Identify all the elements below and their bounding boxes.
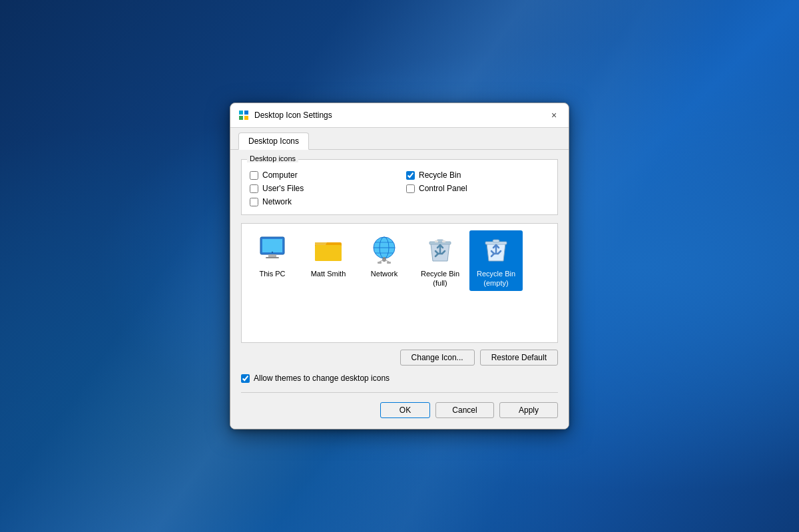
svg-rect-6 <box>268 254 276 257</box>
icon-label-recycle-bin-full: Recycle Bin(full) <box>421 269 459 288</box>
allow-themes-checkbox[interactable]: Allow themes to change desktop icons <box>241 374 558 383</box>
checkbox-computer[interactable]: Computer <box>250 170 393 180</box>
icon-label-this-pc: This PC <box>259 269 285 278</box>
tab-bar: Desktop Icons <box>230 128 569 150</box>
svg-rect-24 <box>435 240 438 242</box>
cancel-button[interactable]: Cancel <box>435 402 494 418</box>
icon-item-network[interactable]: Network <box>358 230 411 281</box>
svg-rect-17 <box>384 257 386 260</box>
checkbox-recycle-bin-input[interactable] <box>406 171 415 180</box>
icon-item-recycle-bin-full[interactable]: Recycle Bin(full) <box>413 230 467 291</box>
change-icon-button[interactable]: Change Icon... <box>400 350 475 366</box>
checkbox-computer-input[interactable] <box>250 171 258 180</box>
icon-preview-area: This PC Matt Smith <box>241 223 558 343</box>
checkbox-network[interactable]: Network <box>250 197 393 206</box>
svg-rect-27 <box>493 240 499 242</box>
title-bar: Desktop Icon Settings × <box>230 103 569 128</box>
ok-button[interactable]: OK <box>380 402 430 418</box>
checkbox-users-files-input[interactable] <box>250 184 258 193</box>
icon-item-recycle-bin-empty[interactable]: Recycle Bin(empty) <box>469 230 523 291</box>
checkbox-control-panel[interactable]: Control Panel <box>406 184 549 193</box>
apply-button[interactable]: Apply <box>499 402 558 418</box>
allow-themes-input[interactable] <box>241 374 250 383</box>
dialog-icon <box>238 110 249 121</box>
icon-label-recycle-bin-empty: Recycle Bin(empty) <box>477 269 515 288</box>
dialog-desktop-icon-settings: Desktop Icon Settings × Desktop Icons De… <box>230 103 569 429</box>
desktop-icons-group: Desktop icons Computer Recycle Bin User'… <box>241 159 558 215</box>
allow-themes-label: Allow themes to change desktop icons <box>254 374 390 383</box>
recycle-bin-full-icon <box>424 233 456 265</box>
recycle-bin-empty-icon <box>480 233 512 265</box>
svg-rect-5 <box>262 239 282 252</box>
svg-rect-1 <box>244 111 248 115</box>
checkbox-recycle-bin[interactable]: Recycle Bin <box>406 170 549 180</box>
footer-buttons: OK Cancel Apply <box>241 399 558 419</box>
icon-item-matt-smith[interactable]: Matt Smith <box>302 230 355 281</box>
svg-point-8 <box>272 252 273 253</box>
checkbox-users-files-label: User's Files <box>262 184 304 193</box>
svg-rect-19 <box>387 262 391 264</box>
icon-label-network: Network <box>371 269 398 278</box>
icon-item-this-pc[interactable]: This PC <box>246 230 299 281</box>
checkbox-network-label: Network <box>262 197 292 206</box>
checkbox-grid: Computer Recycle Bin User's Files Contro… <box>250 170 549 206</box>
svg-rect-18 <box>378 262 382 264</box>
checkbox-users-files[interactable]: User's Files <box>250 184 393 193</box>
dialog-content: Desktop icons Computer Recycle Bin User'… <box>230 150 569 429</box>
matt-smith-icon <box>312 233 344 265</box>
this-pc-icon <box>256 233 288 265</box>
close-button[interactable]: × <box>547 109 561 122</box>
restore-default-button[interactable]: Restore Default <box>480 350 558 366</box>
dialog-title: Desktop Icon Settings <box>254 111 332 120</box>
icon-label-matt-smith: Matt Smith <box>311 269 346 278</box>
checkbox-control-panel-label: Control Panel <box>419 184 467 193</box>
checkbox-network-input[interactable] <box>250 198 258 206</box>
checkbox-computer-label: Computer <box>262 170 298 180</box>
checkbox-recycle-bin-label: Recycle Bin <box>419 170 461 180</box>
network-icon <box>368 233 400 265</box>
svg-rect-3 <box>244 116 248 120</box>
tab-desktop-icons[interactable]: Desktop Icons <box>238 133 309 150</box>
svg-rect-2 <box>239 116 243 120</box>
group-label: Desktop icons <box>247 154 298 162</box>
svg-rect-7 <box>266 257 279 258</box>
icon-action-buttons: Change Icon... Restore Default <box>241 350 558 366</box>
footer-divider <box>241 392 558 393</box>
svg-rect-0 <box>239 111 243 115</box>
checkbox-control-panel-input[interactable] <box>406 184 415 193</box>
svg-rect-25 <box>442 240 445 242</box>
svg-rect-10 <box>315 245 342 261</box>
title-bar-left: Desktop Icon Settings <box>238 110 332 121</box>
